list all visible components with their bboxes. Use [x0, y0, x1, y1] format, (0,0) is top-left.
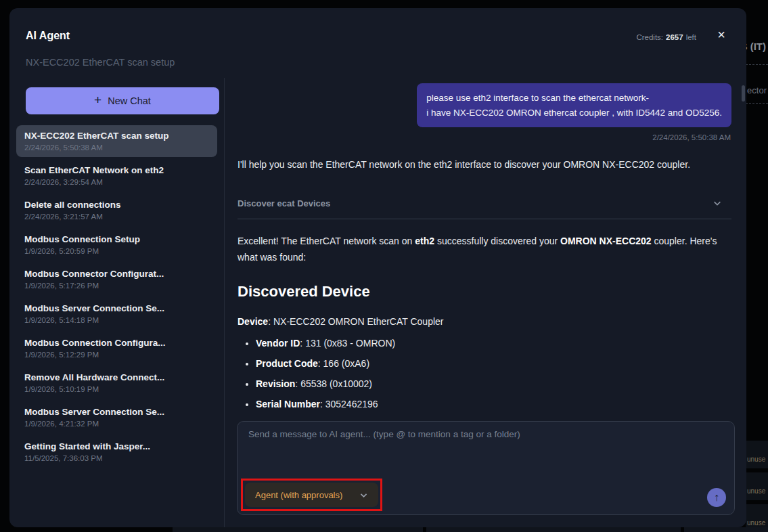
background-dashed-divider: [746, 64, 768, 65]
tool-call-label: Discover ecat Devices: [238, 198, 330, 208]
chat-item-timestamp: 1/9/2026, 5:14:18 PM: [24, 316, 209, 324]
chat-item-timestamp: 1/9/2026, 5:20:59 PM: [24, 247, 209, 255]
chat-item-title: Modbus Connection Setup: [24, 234, 209, 244]
device-property: Serial Number: 3052462196: [256, 399, 731, 409]
user-message-line: i have NX-ECC202 OMRON ethercat coupler …: [426, 106, 722, 120]
chat-history-item[interactable]: Remove All Hardware Connect...1/9/2026, …: [16, 367, 217, 399]
chat-item-title: Modbus Server Connection Se...: [24, 303, 209, 313]
chat-item-title: Getting Started with Jasper...: [24, 441, 209, 451]
chevron-down-icon: [359, 491, 368, 500]
chat-item-timestamp: 1/9/2026, 5:17:26 PM: [24, 282, 209, 290]
device-property: Revision: 65538 (0x10002): [256, 378, 731, 389]
assistant-intro-text: I'll help you scan the EtherCAT network …: [238, 157, 731, 173]
background-panel: [684, 527, 768, 532]
background-row: unuse: [746, 472, 768, 500]
tool-call-divider: [238, 219, 731, 219]
close-icon[interactable]: ×: [714, 27, 729, 42]
chat-item-timestamp: 2/24/2026, 3:21:57 AM: [24, 213, 209, 221]
chat-history-item[interactable]: Modbus Server Connection Se...1/9/2026, …: [16, 298, 217, 330]
background-panel: [173, 527, 423, 532]
background-row: unuse: [746, 441, 768, 468]
chat-item-title: Modbus Server Connection Se...: [24, 407, 209, 417]
user-message-row: please use eth2 interface to scan the et…: [238, 83, 731, 127]
chat-history-item[interactable]: Delete all connections2/24/2026, 3:21:57…: [16, 194, 217, 226]
chat-history-list: NX-ECC202 EtherCAT scan setup2/24/2026, …: [16, 125, 217, 468]
chat-item-timestamp: 1/9/2026, 4:21:32 PM: [24, 420, 209, 428]
chat-item-title: Remove All Hardware Connect...: [24, 372, 209, 382]
chevron-down-icon: [713, 198, 722, 208]
agent-mode-label: Agent (with approvals): [255, 490, 342, 500]
background-rows: unuseunuseunuse: [746, 437, 768, 532]
chat-item-title: Delete all connections: [24, 200, 209, 210]
chat-item-timestamp: 1/9/2026, 5:12:29 PM: [24, 351, 209, 359]
device-label: Device: [238, 316, 268, 327]
background-panel: [426, 527, 681, 532]
conversation-title: NX-ECC202 EtherCAT scan setup: [26, 57, 175, 68]
ai-agent-dialog: AI Agent Credits: 2657 left × NX-ECC202 …: [9, 8, 746, 527]
message-input[interactable]: [247, 428, 721, 467]
device-line: Device: NX-ECC202 OMRON EtherCAT Coupler: [238, 316, 731, 327]
device-property: Vendor ID: 131 (0x83 - OMRON): [256, 338, 731, 349]
chat-history-item[interactable]: Modbus Connector Configurat...1/9/2026, …: [16, 263, 217, 295]
chat-history-item[interactable]: NX-ECC202 EtherCAT scan setup2/24/2026, …: [16, 125, 217, 157]
new-chat-label: New Chat: [108, 95, 151, 106]
chat-item-title: Scan EtherCAT Network on eth2: [24, 165, 209, 175]
tool-call-accordion[interactable]: Discover ecat Devices: [238, 198, 731, 208]
chat-item-title: Modbus Connector Configurat...: [24, 269, 209, 279]
message-composer: Agent (with approvals) ↑: [237, 421, 735, 515]
user-message-timestamp: 2/24/2026, 5:50:38 AM: [238, 133, 731, 141]
dialog-title: AI Agent: [26, 30, 70, 42]
chat-history-item[interactable]: Scan EtherCAT Network on eth22/24/2026, …: [16, 160, 217, 192]
device-properties-list: Vendor ID: 131 (0x83 - OMRON)Product Cod…: [238, 338, 731, 409]
chat-history-item[interactable]: Getting Started with Jasper...11/5/2025,…: [16, 436, 217, 468]
agent-mode-dropdown[interactable]: Agent (with approvals): [245, 483, 378, 507]
chat-item-title: Modbus Connection Configura...: [24, 338, 209, 348]
chat-item-timestamp: 11/5/2025, 7:36:03 PM: [24, 454, 209, 462]
background-bottom-strip: [0, 527, 768, 532]
chat-history-item[interactable]: Modbus Connection Configura...1/9/2026, …: [16, 332, 217, 364]
chat-history-item[interactable]: Modbus Server Connection Se...1/9/2026, …: [16, 401, 217, 433]
chat-item-timestamp: 2/24/2026, 5:50:38 AM: [24, 143, 209, 152]
user-message-bubble: please use eth2 interface to scan the et…: [417, 83, 731, 127]
chat-history-item[interactable]: Modbus Connection Setup1/9/2026, 5:20:59…: [16, 229, 217, 261]
send-button[interactable]: ↑: [707, 488, 726, 507]
chat-history-sidebar: + New Chat NX-ECC202 EtherCAT scan setup…: [9, 78, 225, 527]
chat-item-timestamp: 2/24/2026, 3:29:54 AM: [24, 178, 209, 186]
plus-icon: +: [94, 93, 101, 108]
user-message-line: please use eth2 interface to scan the et…: [426, 91, 722, 106]
scan-result-text: Excellent! The EtherCAT network scan on …: [238, 234, 731, 266]
background-connector-label: ector: [747, 85, 767, 95]
discovered-device-heading: Discovered Device: [238, 283, 731, 301]
arrow-up-icon: ↑: [714, 491, 719, 504]
credits-indicator: Credits: 2657 left: [636, 33, 696, 41]
credits-value: 2657: [666, 33, 683, 41]
device-value: NX-ECC202 OMRON EtherCAT Coupler: [273, 316, 444, 327]
device-property: Product Code: 166 (0xA6): [256, 358, 731, 369]
chat-scrollbar-thumb[interactable]: [742, 85, 745, 102]
new-chat-button[interactable]: + New Chat: [26, 87, 219, 114]
annotation-highlight-box: Agent (with approvals): [241, 479, 382, 511]
credits-suffix: left: [686, 33, 696, 41]
background-dashed-divider: [746, 103, 768, 104]
credits-label: Credits:: [636, 33, 663, 41]
chat-item-title: NX-ECC202 EtherCAT scan setup: [24, 131, 209, 141]
chat-item-timestamp: 1/9/2026, 5:10:19 PM: [24, 385, 209, 393]
